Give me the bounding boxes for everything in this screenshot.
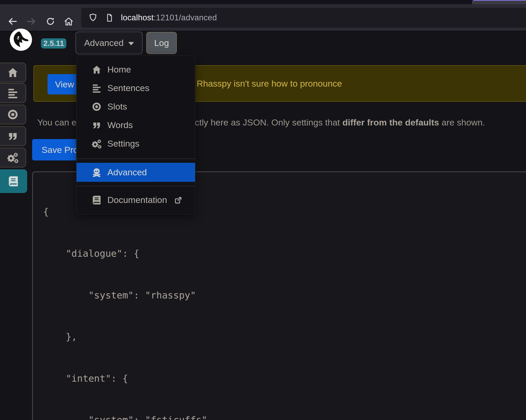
- sidebar-item-sentences[interactable]: [0, 83, 26, 103]
- url-host: localhost: [121, 13, 154, 22]
- warning-message: Rhasspy isn't sure how to pronounce: [197, 66, 342, 101]
- words-icon: [91, 120, 102, 130]
- browser-toolbar: localhost:12101/advanced: [0, 4, 526, 31]
- sentences-icon: [91, 83, 102, 93]
- home-button[interactable]: [60, 13, 77, 30]
- rhasspy-logo[interactable]: [9, 28, 32, 51]
- settings-icon: [91, 138, 102, 149]
- log-button[interactable]: Log: [146, 32, 177, 54]
- version-badge: 2.5.11: [41, 38, 66, 49]
- code-line: "intent": {: [43, 371, 270, 385]
- menu-item-documentation[interactable]: Documentation: [77, 191, 195, 209]
- back-icon: [7, 16, 18, 27]
- book-icon: [7, 175, 19, 187]
- code-line: "system": "rhasspy": [43, 288, 270, 302]
- external-link-icon: [174, 196, 183, 205]
- home-icon: [63, 16, 74, 27]
- menu-divider: [77, 159, 195, 159]
- back-button[interactable]: [4, 13, 21, 30]
- slots-icon: [91, 102, 102, 112]
- menu-item-home[interactable]: Home: [77, 60, 195, 79]
- code-line: },: [43, 330, 270, 344]
- code-line: "system": "fsticuffs": [43, 413, 270, 420]
- forward-button[interactable]: [23, 13, 40, 30]
- page-select-label: Advanced: [84, 38, 124, 48]
- skull-icon: [91, 167, 102, 178]
- sidebar-item-slots[interactable]: [0, 105, 26, 124]
- shield-icon[interactable]: [88, 13, 98, 23]
- menu-item-words[interactable]: Words: [77, 116, 195, 134]
- page-select-dropdown[interactable]: Advanced: [75, 32, 143, 54]
- browser-tabstrip: [0, 0, 526, 4]
- intro-text-bold: differ from the defaults: [342, 117, 439, 127]
- home-icon: [7, 67, 19, 79]
- menu-item-slots[interactable]: Slots: [77, 97, 195, 116]
- menu-item-settings[interactable]: Settings: [77, 134, 195, 153]
- intro-text-right: ctly here as JSON. Only settings that di…: [195, 117, 485, 128]
- url-text: localhost:12101/advanced: [121, 13, 217, 22]
- words-icon: [7, 130, 19, 142]
- url-bar[interactable]: localhost:12101/advanced: [81, 8, 526, 28]
- page-dropdown-menu: Home Sentences Slots Words Settings Adva…: [76, 55, 195, 214]
- sentences-icon: [7, 87, 19, 99]
- sidebar-item-documentation[interactable]: [0, 169, 27, 193]
- forward-icon: [26, 16, 37, 27]
- sidebar-item-home[interactable]: [0, 63, 26, 82]
- reload-icon: [45, 16, 55, 26]
- menu-item-advanced[interactable]: Advanced: [77, 163, 195, 182]
- sidebar-item-settings[interactable]: [0, 148, 26, 167]
- sidebar-item-words[interactable]: [0, 126, 26, 146]
- home-icon: [91, 64, 102, 75]
- browser-active-tab[interactable]: [472, 0, 526, 4]
- code-line: "dialogue": {: [43, 247, 270, 260]
- rhasspy-logo-icon: [9, 28, 32, 51]
- url-path: :12101/advanced: [154, 13, 217, 22]
- chevron-down-icon: [128, 42, 134, 45]
- settings-icon: [7, 151, 19, 164]
- book-icon: [91, 195, 102, 205]
- menu-divider: [77, 186, 195, 186]
- page-info-icon[interactable]: [105, 13, 114, 22]
- slots-icon: [7, 109, 19, 120]
- reload-button[interactable]: [42, 13, 59, 30]
- menu-item-sentences[interactable]: Sentences: [77, 79, 195, 97]
